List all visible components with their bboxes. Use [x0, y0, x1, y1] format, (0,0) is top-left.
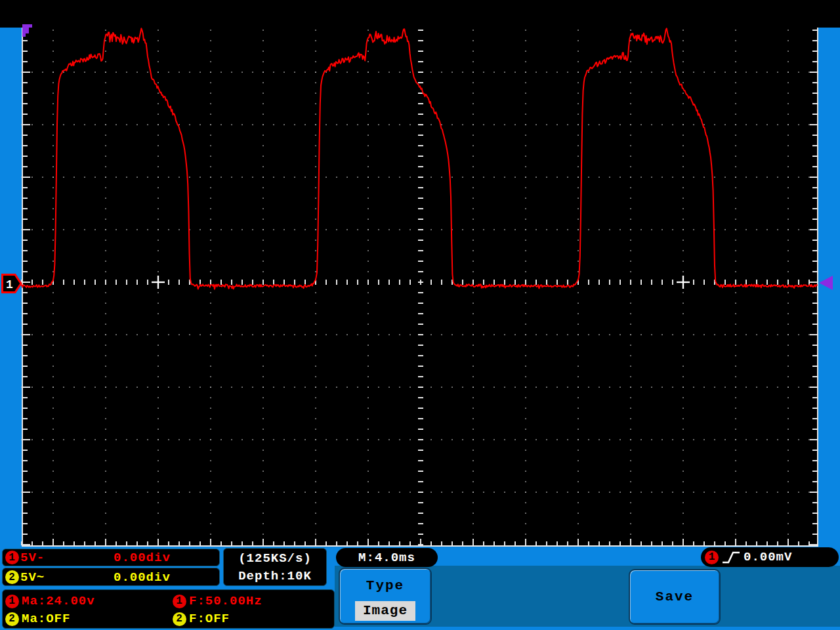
trigger-position-marker[interactable]: [22, 24, 33, 37]
trigger-level-value: 0.00mV: [744, 550, 792, 564]
ch1-scale-readout: 1 5V- 0.00div: [2, 549, 220, 566]
status-bar: 1 5V- 0.00div 2 5V~ 0.00div (125KS/s) De…: [0, 547, 840, 630]
waveform-display: [22, 28, 818, 547]
trigger-level-arrow[interactable]: [819, 276, 833, 290]
acquisition-readout: (125KS/s) Depth:10K: [223, 548, 327, 586]
save-type-label: Type: [340, 578, 430, 593]
trigger-position-icon-leg: [22, 24, 26, 37]
ch2-coupling-scale: 5V~: [20, 570, 45, 585]
memory-depth: Depth:10K: [224, 568, 326, 585]
trigger-readout: 1 0.00mV: [701, 547, 839, 567]
meas-ch1-amplitude: Ma:24.00v: [22, 594, 95, 608]
channel1-marker-label: 1: [6, 278, 13, 291]
sample-rate: (125KS/s): [224, 550, 326, 568]
save-type-value[interactable]: Image: [355, 601, 415, 621]
meas-ch2-freq-badge: 2: [173, 612, 186, 626]
ch2-offset-value: 0.00div: [114, 570, 171, 585]
ch2-badge: 2: [5, 570, 19, 584]
channel1-position-marker[interactable]: 1: [1, 274, 22, 293]
timebase-value: M:4.0ms: [358, 551, 415, 565]
save-type-button[interactable]: Type Image: [339, 568, 432, 625]
meas-ch2-amp-badge: 2: [5, 612, 19, 626]
meas-ch1-amp-badge: 1: [5, 595, 19, 608]
measurement-readout: 1 Ma:24.00v 1 F:50.00Hz 2 Ma:OFF 2 F:OFF: [2, 589, 335, 629]
meas-ch1-freq-badge: 1: [173, 595, 186, 608]
save-button-label: Save: [656, 589, 694, 604]
meas-ch1-frequency: F:50.00Hz: [189, 594, 262, 608]
ch2-scale-readout: 2 5V~ 0.00div: [2, 568, 220, 586]
save-button[interactable]: Save: [629, 569, 721, 625]
ch1-coupling-scale: 5V-: [20, 551, 45, 565]
ch1-offset-value: 0.00div: [114, 551, 171, 565]
meas-ch2-frequency: F:OFF: [189, 612, 230, 626]
meas-ch2-amplitude: Ma:OFF: [22, 612, 70, 626]
ch1-badge: 1: [5, 551, 19, 564]
graticule-and-trace: [22, 28, 818, 547]
trigger-source-badge: 1: [705, 551, 719, 564]
timebase-readout: M:4.0ms: [336, 548, 438, 567]
rising-edge-icon: [721, 549, 741, 566]
